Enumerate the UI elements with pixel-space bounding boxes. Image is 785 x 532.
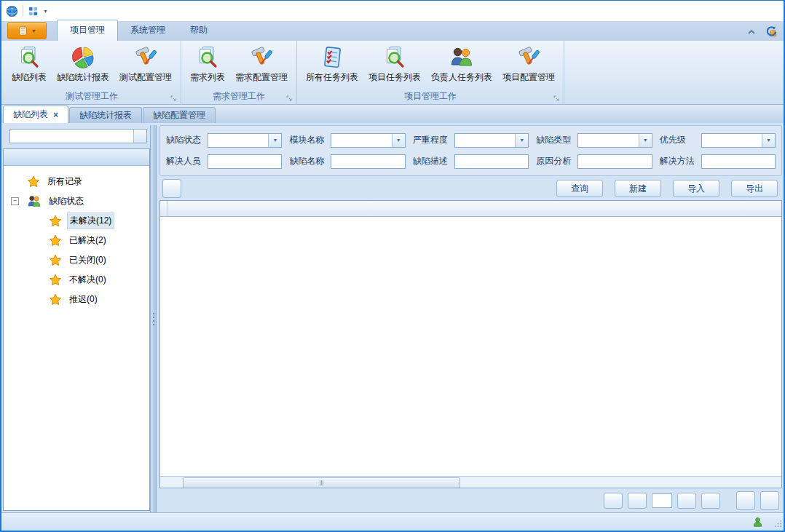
quick-access-toolbar: ▼	[1, 5, 48, 17]
sidebar-splitter[interactable]	[150, 125, 157, 512]
application-menu-button[interactable]: ▼	[7, 22, 47, 39]
scrollbar-track[interactable]	[171, 477, 770, 487]
titlebar: ▼	[1, 1, 784, 21]
close-tab-icon[interactable]: ×	[53, 110, 58, 120]
resize-grip-icon[interactable]	[774, 520, 782, 530]
tree-item-1[interactable]: −缺陷状态	[4, 191, 149, 211]
doc-tab-label: 缺陷列表	[13, 108, 48, 121]
minimize-button[interactable]	[685, 1, 718, 21]
defect-list-label: 缺陷列表	[12, 71, 47, 84]
defect-status-tree: 所有记录−缺陷状态未解决(12)已解决(2)已关闭(0)不解决(0)推迟(0)	[4, 166, 149, 309]
ribbon-right-tools	[746, 25, 778, 38]
tree-item-3[interactable]: 已解决(2)	[4, 231, 149, 250]
document-tab-bar: 缺陷列表×缺陷统计报表缺陷配置管理	[1, 105, 784, 123]
tree-item-label: 已关闭(0)	[67, 253, 109, 268]
chevron-down-icon: ▼	[31, 28, 36, 33]
ribbon-tab-0[interactable]: 项目管理	[57, 20, 118, 41]
filter-combo-priority[interactable]: ▼	[701, 133, 776, 148]
ribbon-button-defect-list[interactable]: 缺陷列表	[7, 43, 52, 86]
tree-item-0[interactable]: 所有记录	[4, 172, 149, 191]
close-button[interactable]	[751, 1, 784, 21]
import-button[interactable]: 导入	[673, 180, 719, 197]
tree-item-4[interactable]: 已关闭(0)	[4, 250, 149, 270]
ribbon-button-owner-tasks[interactable]: 负责人任务列表	[426, 43, 497, 86]
horizontal-scrollbar[interactable]	[160, 476, 781, 488]
export-current-page-button[interactable]	[736, 491, 755, 510]
last-page-button[interactable]	[701, 493, 720, 509]
export-all-pages-button[interactable]	[760, 491, 779, 510]
checklist-icon	[320, 45, 344, 70]
doc-tab-2[interactable]: 缺陷配置管理	[143, 107, 216, 123]
filter-combo-severity[interactable]: ▼	[454, 133, 529, 148]
star-icon	[49, 215, 62, 228]
filter-input-defect-name[interactable]	[331, 154, 405, 169]
ribbon-button-defect-report[interactable]: 缺陷统计报表	[52, 43, 114, 86]
people-icon	[449, 45, 474, 70]
modify-display-items-button[interactable]	[162, 179, 181, 198]
chevron-down-icon[interactable]	[133, 130, 146, 143]
ribbon-group-label: 测试管理工作	[66, 90, 118, 103]
owner-tasks-label: 负责人任务列表	[431, 71, 492, 84]
filter-input-solution[interactable]	[701, 154, 776, 169]
star-icon	[27, 175, 40, 188]
filter-label-solution: 解决方法	[660, 155, 701, 167]
app-globe-icon[interactable]	[6, 5, 18, 17]
filter-input-defect-desc[interactable]	[454, 154, 529, 169]
ribbon-button-project-config[interactable]: 项目配置管理	[497, 43, 560, 86]
filter-label-priority: 优先级	[660, 134, 701, 146]
filter-combo-defect-type[interactable]: ▼	[577, 133, 652, 148]
ribbon-button-all-tasks[interactable]: 所有任务列表	[301, 43, 363, 86]
ribbon-button-requirement-config[interactable]: 需求配置管理	[230, 43, 293, 86]
doc-tab-label: 缺陷统计报表	[79, 109, 132, 122]
doc-tab-1[interactable]: 缺陷统计报表	[69, 107, 142, 123]
dialog-launcher-icon[interactable]	[170, 95, 176, 101]
maximize-button[interactable]	[718, 1, 751, 21]
pie-chart-icon	[71, 45, 95, 70]
chevron-down-icon[interactable]: ▼	[762, 134, 775, 147]
ribbon-tab-2[interactable]: 帮助	[178, 20, 220, 41]
page-number-input[interactable]	[652, 493, 672, 508]
quick-access-squares-icon[interactable]	[28, 6, 39, 17]
filter-input-resolver[interactable]	[208, 154, 282, 169]
grid-toolbar: 查询新建导入导出	[159, 176, 782, 200]
project-config-label: 项目配置管理	[502, 71, 555, 84]
ribbon-button-requirement-list[interactable]: 需求列表	[185, 43, 230, 86]
first-page-button[interactable]	[604, 493, 623, 509]
filter-combo-defect-status[interactable]: ▼	[208, 133, 282, 148]
filter-input-cause-analysis[interactable]	[577, 154, 652, 169]
filter-combo-module-name[interactable]: ▼	[331, 133, 405, 148]
ribbon-tab-bar: ▼ 项目管理系统管理帮助	[1, 21, 784, 41]
next-page-button[interactable]	[677, 493, 696, 509]
chevron-down-icon[interactable]: ▼	[268, 134, 281, 147]
tree-item-2[interactable]: 未解决(12)	[4, 211, 149, 231]
test-config-label: 测试配置管理	[119, 71, 172, 84]
help-icon[interactable]	[765, 25, 778, 38]
ribbon-tab-1[interactable]: 系统管理	[118, 20, 178, 41]
defect-table-panel	[159, 200, 782, 488]
ribbon-body: 缺陷列表缺陷统计报表测试配置管理测试管理工作需求列表需求配置管理需求管理工作所有…	[1, 41, 784, 105]
ribbon-button-project-tasks[interactable]: 项目任务列表	[363, 43, 426, 86]
dialog-launcher-icon[interactable]	[286, 95, 292, 101]
prev-page-button[interactable]	[628, 493, 647, 509]
collapse-ribbon-icon[interactable]	[746, 27, 757, 37]
tree-item-5[interactable]: 不解决(0)	[4, 270, 149, 290]
chevron-down-icon[interactable]: ▼	[639, 134, 652, 147]
export-button[interactable]: 导出	[731, 180, 778, 197]
scrollbar-thumb[interactable]	[183, 477, 460, 488]
version-combobox[interactable]	[9, 129, 147, 143]
ribbon-button-test-config[interactable]: 测试配置管理	[114, 43, 177, 86]
chevron-down-icon[interactable]: ▼	[43, 9, 48, 14]
star-icon	[49, 293, 62, 306]
chevron-down-icon[interactable]: ▼	[515, 134, 528, 147]
new-button[interactable]: 新建	[615, 180, 661, 197]
chevron-down-icon[interactable]: ▼	[392, 134, 405, 147]
dialog-launcher-icon[interactable]	[553, 95, 559, 101]
main-panel: 缺陷状态▼模块名称▼严重程度▼缺陷类型▼优先级▼解决人员缺陷名称缺陷描述原因分析…	[157, 125, 782, 512]
tree-expander-icon[interactable]: −	[11, 197, 19, 205]
table-header-row	[160, 201, 781, 217]
window-controls	[685, 1, 784, 21]
query-button[interactable]: 查询	[556, 180, 603, 197]
online-user-icon[interactable]	[752, 517, 763, 528]
doc-tab-0[interactable]: 缺陷列表×	[3, 106, 68, 123]
tree-item-6[interactable]: 推迟(0)	[4, 290, 149, 309]
